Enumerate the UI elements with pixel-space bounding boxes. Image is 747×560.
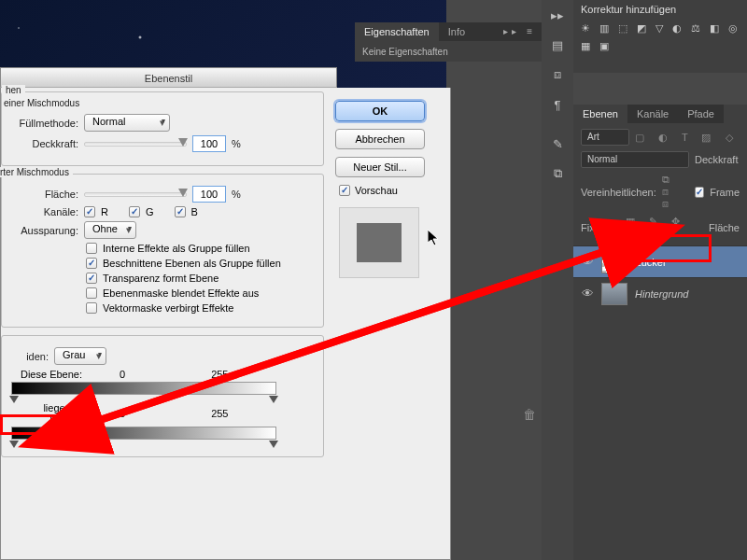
fill-opacity-label: Fläche: — [11, 189, 78, 200]
visibility-icon[interactable]: 👁 — [581, 287, 594, 301]
tab-paths[interactable]: Pfade — [678, 105, 724, 123]
underlying-min: 0 — [120, 408, 125, 419]
this-layer-label: Diese Ebene: — [11, 369, 82, 380]
frame-label: Frame — [710, 187, 740, 198]
underlying-blend-slider[interactable] — [11, 427, 276, 440]
group-subtitle-1: einer Mischmodus — [4, 98, 314, 108]
tab-info[interactable]: Info — [439, 22, 474, 41]
lock-icons[interactable]: ▦ ✎ ✥ 🔒 — [626, 216, 703, 240]
blend-if-group: iden: Grau▾ Diese Ebene: 0 255 liegende … — [1, 335, 324, 457]
group-subtitle-2: rter Mischmodus — [0, 167, 73, 177]
3d-icon[interactable]: ⧈ — [542, 60, 573, 90]
frame-checkbox[interactable] — [695, 187, 704, 198]
lock-label: Fixieren: — [581, 222, 620, 233]
cancel-button[interactable]: Abbrechen — [335, 129, 425, 149]
opacity-unit: % — [232, 138, 241, 149]
opt5-label: Vektormaske verbirgt Effekte — [103, 302, 233, 314]
hue-icon[interactable]: ◐ — [672, 22, 682, 35]
fill-label: Fläche — [709, 222, 740, 233]
tab-channels[interactable]: Kanäle — [627, 105, 678, 123]
opt5-checkbox[interactable] — [86, 302, 97, 314]
fill-opacity-input[interactable] — [192, 186, 226, 203]
dialog-titlebar: Ebenenstil — [0, 67, 337, 88]
bw-icon[interactable]: ◧ — [710, 22, 719, 35]
this-layer-blend-slider[interactable] — [11, 382, 276, 395]
fill-method-label: Füllmethode: — [11, 118, 78, 129]
this-layer-max: 255 — [211, 369, 228, 380]
curves-icon[interactable]: ⬚ — [618, 22, 627, 35]
panel-collapse-icon[interactable]: ▸▸ ≡ — [503, 26, 536, 36]
layer-row-zucker[interactable]: 👁 Zucker — [573, 245, 747, 277]
opt2-label: Beschnittene Ebenen als Gruppe füllen — [103, 258, 281, 269]
underlying-max: 255 — [211, 408, 228, 419]
lookup-icon[interactable]: ▣ — [599, 40, 609, 52]
layer-name[interactable]: Zucker — [635, 257, 667, 268]
layers-panel: Ebenen Kanäle Pfade Art ▢ ◐ T ▨ ◇ Normal… — [573, 105, 747, 560]
histogram-icon[interactable]: ▤ — [542, 30, 573, 60]
layer-row-hintergrund[interactable]: 👁 Hintergrund — [573, 277, 747, 309]
opacity-slider[interactable] — [84, 142, 187, 147]
knockout-select[interactable]: Ohne — [84, 221, 136, 239]
levels-icon[interactable]: ▥ — [599, 22, 609, 35]
group-title-1a: hen — [2, 85, 25, 95]
channel-b-checkbox[interactable] — [175, 206, 186, 217]
balance-icon[interactable]: ⚖ — [691, 22, 700, 35]
opt1-checkbox[interactable] — [86, 243, 97, 254]
channels-label: Kanäle: — [11, 206, 78, 217]
fill-method-select[interactable]: Normal — [84, 114, 170, 132]
channel-r-checkbox[interactable] — [84, 206, 95, 217]
channel-g-checkbox[interactable] — [129, 206, 140, 217]
layer-thumbnail[interactable] — [601, 251, 627, 273]
blend-if-select[interactable]: Grau — [54, 347, 106, 365]
opt2-checkbox[interactable] — [86, 258, 97, 269]
knockout-label: Aussparung: — [11, 225, 78, 236]
opacity-label: Deckkraft: — [11, 138, 78, 149]
tab-layers[interactable]: Ebenen — [573, 105, 627, 123]
new-style-button[interactable]: Neuer Stil... — [335, 157, 425, 177]
layer-style-dialog: hen einer Mischmodus Füllmethode: Normal… — [0, 88, 451, 560]
properties-panel: Eigenschaften Info ▸▸ ≡ Keine Eigenschaf… — [355, 22, 542, 62]
fill-opacity-unit: % — [232, 189, 241, 200]
filter-icons[interactable]: ▢ ◐ T ▨ ◇ — [635, 132, 739, 144]
channel-b-label: B — [191, 206, 198, 217]
advanced-blend-group: rter Mischmodus Fläche: % Kanäle: R G B … — [1, 174, 324, 328]
dock-icon[interactable]: ▸▸ — [542, 0, 573, 30]
opt1-label: Interne Effekte als Gruppe füllen — [103, 243, 250, 254]
layer-filter-select[interactable]: Art — [581, 129, 629, 146]
channel-r-label: R — [101, 206, 108, 217]
adjustments-panel: Korrektur hinzufügen ☀ ▥ ⬚ ◩ ▽ ◐ ⚖ ◧ ◎ ▦… — [573, 0, 747, 73]
opt3-checkbox[interactable] — [86, 273, 97, 284]
mouse-cursor — [428, 230, 441, 246]
unify-label: Vereinheitlichen: — [581, 187, 656, 198]
preview-checkbox[interactable] — [339, 185, 350, 196]
opt4-checkbox[interactable] — [86, 287, 97, 299]
brightness-icon[interactable]: ☀ — [581, 22, 590, 35]
blend-if-mode-label: iden: — [11, 351, 49, 362]
exposure-icon[interactable]: ◩ — [637, 22, 646, 35]
paragraph-icon[interactable]: ¶ — [542, 90, 573, 119]
this-layer-min: 0 — [120, 369, 125, 380]
visibility-icon[interactable]: 👁 — [581, 255, 594, 269]
preview-swatch — [339, 207, 419, 278]
opt4-label: Ebenenmaske blendet Effekte aus — [103, 287, 259, 299]
photofilter-icon[interactable]: ◎ — [728, 22, 738, 35]
trash-icon[interactable]: 🗑 — [523, 407, 536, 422]
ok-button[interactable]: OK — [335, 101, 425, 121]
vertical-dock: ▸▸ ▤ ⧈ ¶ ✎ ⧉ — [542, 0, 573, 560]
unify-icons[interactable]: ⧉ ⧈ ⧇ — [662, 174, 685, 210]
layer-blend-select[interactable]: Normal — [581, 151, 689, 168]
channel-g-label: G — [146, 206, 154, 217]
tab-properties[interactable]: Eigenschaften — [355, 22, 439, 41]
layer-name[interactable]: Hintergrund — [635, 288, 688, 300]
opacity-input[interactable] — [192, 135, 226, 152]
opt3-label: Transparenz formt Ebene — [103, 273, 218, 284]
adjustments-title: Korrektur hinzufügen — [573, 0, 747, 19]
brush-icon[interactable]: ✎ — [542, 129, 573, 159]
mixer-icon[interactable]: ▦ — [581, 40, 590, 52]
preview-label: Vorschau — [355, 185, 398, 196]
layer-thumbnail[interactable] — [601, 283, 627, 305]
vibrance-icon[interactable]: ▽ — [655, 22, 663, 35]
clone-icon[interactable]: ⧉ — [542, 159, 573, 189]
fill-opacity-slider[interactable] — [84, 192, 187, 197]
blend-mode-group: hen einer Mischmodus Füllmethode: Normal… — [1, 91, 324, 166]
